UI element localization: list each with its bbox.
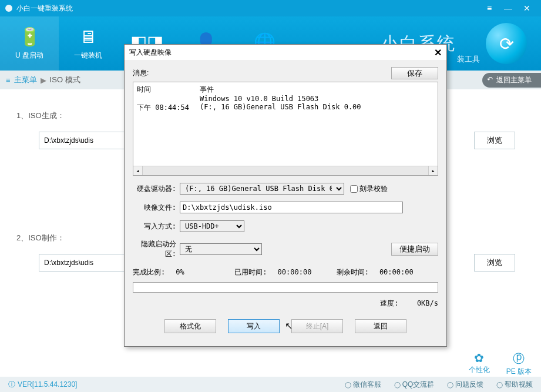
status-links: 微信客服 QQ交流群 问题反馈 帮助视频 [345, 380, 533, 390]
minimize-icon[interactable]: — [499, 4, 518, 13]
window-controls: ≡ — ✕ [480, 4, 536, 13]
verify-label: 刻录校验 [359, 184, 388, 194]
menu-icon[interactable]: ≡ [480, 4, 499, 13]
write-mode-label: 写入方式: [133, 222, 180, 232]
status-bar: ⓘ VER [11.5.44.1230] 微信客服 QQ交流群 问题反馈 帮助视… [0, 377, 541, 392]
progress-label: 完成比例: [133, 268, 165, 276]
link-qq[interactable]: QQ交流群 [394, 380, 434, 390]
dialog-title: 写入硬盘映像 [129, 48, 172, 58]
log-row-2-time: 下午 08:44:54 [137, 103, 200, 113]
progress-bar [133, 282, 438, 293]
save-button[interactable]: 保存 [391, 67, 438, 79]
personalize-link[interactable]: ✿ 个性化 [469, 351, 490, 377]
monitor-icon: 🖥 [59, 27, 117, 47]
version-text: [11.5.44.1230] [32, 380, 78, 388]
gear-icon: ✿ [469, 351, 490, 365]
ver-prefix: VER [18, 380, 32, 388]
scroll-left-icon[interactable]: ◂ [133, 166, 143, 175]
image-file-label: 映像文件: [133, 203, 180, 213]
log-header-time: 时间 [137, 85, 200, 95]
verify-checkbox-input[interactable] [350, 185, 358, 193]
drive-label: 硬盘驱动器: [133, 184, 180, 194]
link-wechat[interactable]: 微信客服 [345, 380, 381, 390]
return-button[interactable]: 返回 [355, 319, 406, 333]
link-help[interactable]: 帮助视频 [496, 380, 533, 390]
progress-value: 0% [176, 268, 184, 276]
log-header-event: 事件 [200, 85, 372, 95]
image-file-input[interactable] [180, 202, 403, 213]
speed-label: 速度: [380, 299, 398, 307]
app-icon [5, 4, 13, 12]
refresh-orb-icon[interactable]: ⟳ [486, 23, 527, 64]
log-box: 时间 事件 Windows 10 v10.0 Build 15063 下午 08… [133, 82, 438, 176]
log-hscrollbar[interactable]: ◂ ▸ [133, 166, 438, 175]
bottom-bar: ✿ 个性化 ⓟ PE 版本 [469, 351, 532, 377]
pe-version-link[interactable]: ⓟ PE 版本 [506, 351, 532, 377]
write-button[interactable]: 写入 [228, 319, 280, 333]
info-icon: ⓘ [8, 380, 15, 390]
speed-value: 0KB/s [417, 299, 438, 307]
remain-label: 剩余时间: [337, 268, 369, 276]
dialog-titlebar: 写入硬盘映像 ✕ [125, 45, 446, 61]
app-title: 小白一键重装系统 [16, 4, 73, 14]
log-row-1: Windows 10 v10.0 Build 15063 [200, 95, 372, 103]
drive-select[interactable]: (F:, 16 GB)General USB Flash Disk 0.00 [180, 183, 344, 195]
link-feedback[interactable]: 问题反馈 [447, 380, 483, 390]
list-icon[interactable]: ≡ [6, 76, 11, 85]
abort-button[interactable]: 终止[A] [291, 319, 343, 333]
write-mode-select[interactable]: USB-HDD+ [180, 220, 244, 232]
chevron-icon: ▶ [41, 76, 46, 85]
verify-checkbox[interactable]: 刻录校验 [350, 184, 388, 194]
pe-icon: ⓟ [506, 351, 532, 367]
tools-suffix: 装工具 [457, 54, 480, 71]
bottom-label: 个性化 [469, 366, 490, 374]
elapsed-label: 已用时间: [234, 268, 267, 276]
close-icon[interactable]: ✕ [518, 4, 536, 13]
browse-button-2[interactable]: 浏览 [474, 254, 515, 272]
scroll-track[interactable] [143, 166, 428, 175]
hidden-boot-label: 隐藏启动分区: [133, 239, 180, 259]
svg-point-0 [5, 5, 12, 12]
message-label: 消息: [133, 68, 149, 78]
toolbar-oneclick[interactable]: 🖥 一键装机 [59, 27, 117, 61]
quick-boot-button[interactable]: 便捷启动 [391, 243, 438, 256]
log-row-2-event: (F:, 16 GB)General USB Flash Disk 0.00 [200, 103, 372, 113]
back-button[interactable]: 返回主菜单 [482, 73, 541, 88]
remain-value: 00:00:00 [379, 268, 414, 276]
crumb-leaf: ISO 模式 [50, 75, 80, 85]
toolbar-usb-boot[interactable]: 🔋 U 盘启动 [0, 16, 59, 71]
elapsed-value: 00:00:00 [278, 268, 312, 276]
bottom-label: PE 版本 [506, 367, 532, 376]
browse-button-1[interactable]: 浏览 [474, 132, 515, 149]
titlebar: 小白一键重装系统 ≡ — ✕ [0, 0, 541, 16]
dialog-close-icon[interactable]: ✕ [434, 47, 442, 58]
hidden-boot-select[interactable]: 无 [180, 243, 262, 255]
scroll-right-icon[interactable]: ▸ [428, 166, 438, 175]
toolbar-label: U 盘启动 [0, 51, 59, 61]
toolbar-label: 一键装机 [74, 51, 102, 59]
write-disk-image-dialog: 写入硬盘映像 ✕ 消息: 保存 时间 事件 Windows 10 v10.0 B… [124, 44, 447, 347]
crumb-root[interactable]: 主菜单 [14, 75, 37, 85]
format-button[interactable]: 格式化 [164, 319, 216, 333]
usb-icon: 🔋 [0, 26, 59, 47]
